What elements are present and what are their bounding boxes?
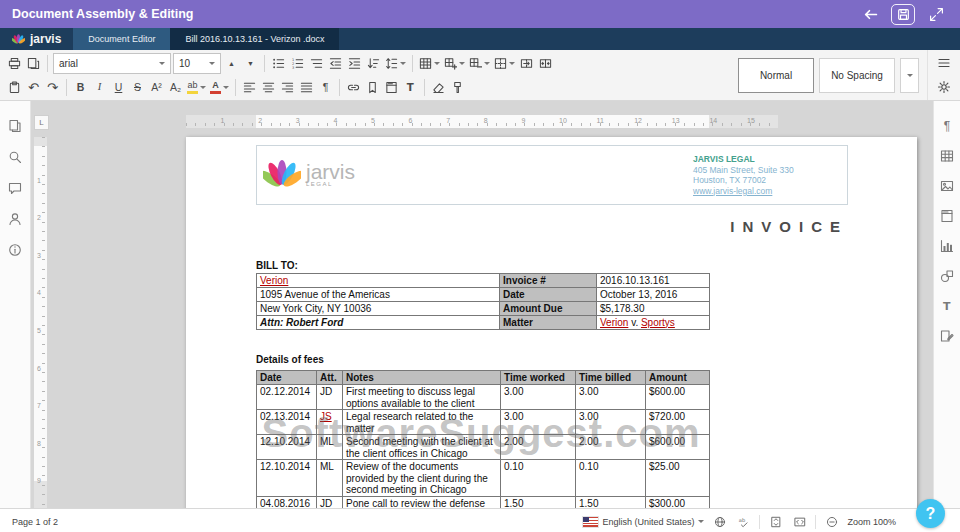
font-family-select[interactable]: arial <box>53 53 171 74</box>
chart-settings-button[interactable] <box>938 237 956 255</box>
info-icon <box>8 243 22 257</box>
superscript-button[interactable]: A² <box>147 77 166 97</box>
decrease-indent-button[interactable] <box>326 53 345 73</box>
multilevel-list-button[interactable] <box>307 53 326 73</box>
col-time-billed: Time billed <box>576 371 646 385</box>
set-language-button[interactable] <box>711 513 728 530</box>
search-button[interactable] <box>6 148 24 166</box>
grow-font-button[interactable]: ▲ <box>222 53 241 73</box>
text-art-button[interactable] <box>401 77 420 97</box>
underline-button[interactable]: U <box>109 77 128 97</box>
separator <box>66 79 67 96</box>
fees-heading: Details of fees <box>256 354 848 365</box>
subscript-button[interactable]: A₂ <box>166 77 185 97</box>
text-art-settings-button[interactable] <box>938 297 956 315</box>
insert-cells-button[interactable] <box>442 53 467 73</box>
pencil-document-icon <box>940 329 954 343</box>
increase-indent-button[interactable] <box>345 53 364 73</box>
delete-cells-button[interactable] <box>467 53 492 73</box>
paragraph-settings-button[interactable]: ¶ <box>938 117 956 135</box>
sort-icon <box>367 57 380 70</box>
fee-row: 02.13.2014 JS Legal research related to … <box>257 410 710 435</box>
tab-document-editor[interactable]: Document Editor <box>73 28 170 50</box>
copy-button[interactable] <box>24 53 43 73</box>
table-settings-button[interactable] <box>938 147 956 165</box>
firm-website-link[interactable]: www.jarvis-legal.com <box>693 186 772 197</box>
ruler-ticks <box>186 123 778 126</box>
about-button[interactable] <box>6 241 24 259</box>
align-right-button[interactable] <box>278 77 297 97</box>
mail-merge-settings-button[interactable] <box>938 327 956 345</box>
settings-button[interactable] <box>935 77 954 97</box>
tab-stop-selector[interactable]: L <box>34 115 49 130</box>
chevron-down-icon <box>400 62 406 65</box>
bookmark-button[interactable] <box>363 77 382 97</box>
back-button[interactable] <box>858 3 882 25</box>
italic-button[interactable]: I <box>90 77 109 97</box>
header-footer-button[interactable] <box>382 77 401 97</box>
strikethrough-button[interactable]: S <box>128 77 147 97</box>
font-color-button[interactable]: A <box>208 77 231 97</box>
text-art-icon <box>404 81 417 94</box>
separator <box>424 79 425 96</box>
bold-button[interactable]: B <box>71 77 90 97</box>
invoice-number-label: Invoice # <box>500 274 597 288</box>
shape-settings-button[interactable] <box>938 267 956 285</box>
paste-button[interactable] <box>5 77 24 97</box>
header-footer-settings-button[interactable] <box>938 207 956 225</box>
fullscreen-button[interactable] <box>924 3 948 25</box>
matter-label: Matter <box>500 316 597 330</box>
borders-button[interactable] <box>492 53 517 73</box>
tab-open-document[interactable]: Bill 2016.10.13.161 - Verizon .docx <box>170 28 339 50</box>
clear-style-button[interactable] <box>429 77 448 97</box>
align-left-button[interactable] <box>240 77 259 97</box>
align-justify-icon <box>300 81 313 94</box>
language-button[interactable]: English (United States) <box>583 517 704 527</box>
toolbar-side <box>927 50 960 100</box>
fit-page-button[interactable] <box>767 513 784 530</box>
save-button[interactable] <box>891 4 915 25</box>
help-button[interactable]: ? <box>916 499 945 528</box>
page-title: Document Assembly & Editing <box>12 7 194 21</box>
document-page[interactable]: jarvis LEGAL JARVIS LEGAL 405 Main Stree… <box>186 137 917 508</box>
split-cells-button[interactable] <box>536 53 555 73</box>
shrink-font-button[interactable]: ▼ <box>241 53 260 73</box>
numbered-list-button[interactable] <box>288 53 307 73</box>
fit-width-button[interactable] <box>791 513 808 530</box>
col-att: Att. <box>317 371 343 385</box>
att-link[interactable]: JS <box>320 411 332 422</box>
merge-cells-button[interactable] <box>517 53 536 73</box>
eraser-icon <box>432 81 445 94</box>
font-size-select[interactable]: 10 <box>173 53 221 74</box>
show-paragraph-marks-button[interactable]: ¶ <box>316 77 335 97</box>
line-spacing-button[interactable] <box>383 53 408 73</box>
sort-button[interactable] <box>364 53 383 73</box>
spellcheck-button[interactable] <box>735 513 752 530</box>
matter-link-2[interactable]: Sportys <box>641 317 675 328</box>
style-no-spacing[interactable]: No Spacing <box>819 58 895 93</box>
chat-button[interactable] <box>6 210 24 228</box>
col-time-worked: Time worked <box>501 371 576 385</box>
client-link[interactable]: Verion <box>260 275 288 286</box>
hyperlink-button[interactable] <box>344 77 363 97</box>
insert-table-button[interactable] <box>417 53 442 73</box>
font-family-value: arial <box>59 58 78 69</box>
print-button[interactable] <box>5 53 24 73</box>
undo-button[interactable]: ↶ <box>24 77 43 97</box>
style-normal[interactable]: Normal <box>738 58 814 93</box>
highlight-color-button[interactable]: ab <box>185 77 208 97</box>
view-settings-button[interactable] <box>935 53 954 73</box>
styles-dropdown-button[interactable] <box>900 58 919 93</box>
align-center-button[interactable] <box>259 77 278 97</box>
navigation-button[interactable] <box>6 117 24 135</box>
italic-icon: I <box>98 82 102 93</box>
copy-style-button[interactable] <box>448 77 467 97</box>
zoom-out-button[interactable] <box>823 513 840 530</box>
statusbar: Page 1 of 2 English (United States) Zoom… <box>0 508 960 532</box>
image-settings-button[interactable] <box>938 177 956 195</box>
bullet-list-button[interactable] <box>269 53 288 73</box>
redo-button[interactable]: ↷ <box>43 77 62 97</box>
align-justify-button[interactable] <box>297 77 316 97</box>
comments-button[interactable] <box>6 179 24 197</box>
matter-link-1[interactable]: Verion <box>600 317 628 328</box>
